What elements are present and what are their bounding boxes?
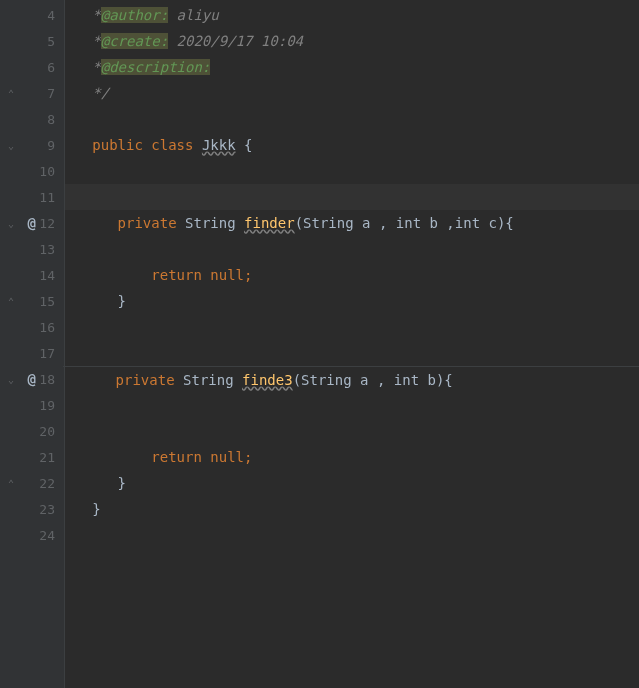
code-line[interactable]: [65, 314, 639, 340]
gutter-row: 11: [0, 184, 64, 210]
fold-icon[interactable]: ⌄: [8, 374, 14, 385]
semicolon: ;: [244, 267, 252, 283]
line-number: 21: [35, 450, 55, 465]
gutter-row: @⌄12: [0, 210, 64, 236]
line-number: 7: [35, 86, 55, 101]
keyword-class: class: [151, 137, 193, 153]
code-line[interactable]: *@create: 2020/9/17 10:04: [65, 28, 639, 54]
code-line[interactable]: [65, 392, 639, 418]
code-line[interactable]: private String finder(String a , int b ,…: [65, 210, 639, 236]
line-number: 10: [35, 164, 55, 179]
method-annotation-icon[interactable]: @: [28, 215, 36, 231]
doc-value: 2020/9/17 10:04: [168, 33, 303, 49]
code-line[interactable]: return null;: [65, 262, 639, 288]
return-type: String: [183, 372, 234, 388]
code-line[interactable]: *@author: aliyu: [65, 2, 639, 28]
comment-end: */: [67, 85, 109, 101]
fold-icon[interactable]: ⌄: [8, 140, 14, 151]
gutter-row: ⌄9: [0, 132, 64, 158]
gutter: 4 5 6 ⌃7 8 ⌄9 10 11 @⌄12 13 14 ⌃15 16 17…: [0, 0, 65, 688]
line-number: 15: [35, 294, 55, 309]
brace: {: [236, 137, 253, 153]
comment-prefix: *: [67, 7, 101, 23]
gutter-row: 8: [0, 106, 64, 132]
gutter-row: 5: [0, 28, 64, 54]
gutter-row: 13: [0, 236, 64, 262]
method-params: (String a , int b ,int c){: [295, 215, 514, 231]
keyword-return: return: [151, 267, 202, 283]
gutter-row: 19: [0, 392, 64, 418]
fold-icon[interactable]: ⌃: [8, 296, 14, 307]
code-line[interactable]: }: [65, 288, 639, 314]
semicolon: ;: [244, 449, 252, 465]
line-number: 22: [35, 476, 55, 491]
keyword-private: private: [118, 215, 177, 231]
line-number: 6: [35, 60, 55, 75]
gutter-row: 23: [0, 496, 64, 522]
gutter-row: 4: [0, 2, 64, 28]
gutter-row: 21: [0, 444, 64, 470]
code-line[interactable]: [65, 522, 639, 548]
code-area[interactable]: *@author: aliyu *@create: 2020/9/17 10:0…: [65, 0, 639, 688]
keyword-return: return: [151, 449, 202, 465]
line-number: 11: [35, 190, 55, 205]
gutter-row: 6: [0, 54, 64, 80]
code-line[interactable]: *@description:: [65, 54, 639, 80]
method-name: finder: [244, 215, 295, 231]
gutter-row: 17: [0, 340, 64, 366]
gutter-row: 24: [0, 522, 64, 548]
code-line[interactable]: private String finde3(String a , int b){: [63, 366, 639, 392]
fold-icon[interactable]: ⌃: [8, 88, 14, 99]
gutter-row: ⌃22: [0, 470, 64, 496]
doc-value: aliyu: [168, 7, 219, 23]
line-number: 13: [35, 242, 55, 257]
doc-tag: @description:: [101, 59, 211, 75]
gutter-row: 14: [0, 262, 64, 288]
code-line[interactable]: [65, 418, 639, 444]
current-line[interactable]: [65, 184, 639, 210]
code-line[interactable]: }: [65, 470, 639, 496]
close-brace: }: [67, 293, 126, 309]
code-editor[interactable]: 4 5 6 ⌃7 8 ⌄9 10 11 @⌄12 13 14 ⌃15 16 17…: [0, 0, 639, 688]
gutter-row: @⌄18: [0, 366, 64, 392]
method-params: (String a , int b){: [293, 372, 453, 388]
line-number: 4: [35, 8, 55, 23]
line-number: 5: [35, 34, 55, 49]
comment-prefix: *: [67, 59, 101, 75]
null-literal: null: [210, 449, 244, 465]
close-brace: }: [67, 501, 101, 517]
line-number: 24: [35, 528, 55, 543]
gutter-row: ⌃15: [0, 288, 64, 314]
line-number: 12: [35, 216, 55, 231]
method-annotation-icon[interactable]: @: [28, 371, 36, 387]
close-brace: }: [67, 475, 126, 491]
line-number: 18: [35, 372, 55, 387]
gutter-row: 20: [0, 418, 64, 444]
line-number: 17: [35, 346, 55, 361]
line-number: 14: [35, 268, 55, 283]
line-number: 9: [35, 138, 55, 153]
line-number: 23: [35, 502, 55, 517]
line-number: 16: [35, 320, 55, 335]
doc-tag: @author:: [101, 7, 168, 23]
code-line[interactable]: [65, 340, 639, 366]
method-name: finde3: [242, 372, 293, 388]
line-number: 8: [35, 112, 55, 127]
code-line[interactable]: public class Jkkk {: [65, 132, 639, 158]
line-number: 19: [35, 398, 55, 413]
fold-icon[interactable]: ⌄: [8, 218, 14, 229]
code-line[interactable]: */: [65, 80, 639, 106]
code-line[interactable]: }: [65, 496, 639, 522]
keyword-public: public: [92, 137, 143, 153]
comment-prefix: *: [67, 33, 101, 49]
keyword-private: private: [116, 372, 175, 388]
gutter-row: ⌃7: [0, 80, 64, 106]
line-number: 20: [35, 424, 55, 439]
code-line[interactable]: [65, 236, 639, 262]
code-line[interactable]: [65, 106, 639, 132]
code-line[interactable]: return null;: [65, 444, 639, 470]
return-type: String: [185, 215, 236, 231]
gutter-row: 16: [0, 314, 64, 340]
fold-icon[interactable]: ⌃: [8, 478, 14, 489]
code-line[interactable]: [65, 158, 639, 184]
